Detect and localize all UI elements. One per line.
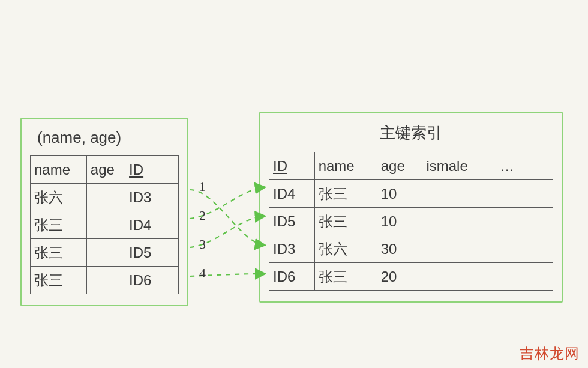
col-id: ID (269, 152, 315, 180)
col-name: name (31, 156, 87, 184)
cell-age (86, 184, 125, 211)
primary-key-index-title: 主键索引 (269, 121, 553, 148)
cell-age: 20 (377, 263, 422, 291)
arrow-step-label-1: 1 (199, 179, 206, 195)
cell-age: 10 (377, 208, 422, 235)
cell-age: 10 (377, 180, 422, 208)
watermark-text: 吉林龙网 (520, 344, 580, 363)
cell-id: ID6 (125, 267, 179, 294)
diagram-stage: (name, age) name age ID 张六 ID3 张三 (0, 0, 588, 368)
cell-id: ID5 (269, 208, 315, 235)
cell-name: 张三 (31, 211, 87, 239)
table-row: 张三 ID6 (31, 267, 179, 294)
col-ismale: ismale (422, 152, 496, 180)
col-age: age (377, 152, 422, 180)
table-row: ID6 张三 20 (269, 263, 553, 291)
cell-name: 张三 (314, 263, 377, 291)
arrow-step-label-4: 4 (199, 265, 206, 281)
table-row: 张三 ID5 (31, 239, 179, 267)
cell-ismale (422, 235, 496, 263)
table-header-row: name age ID (31, 156, 179, 184)
cell-age: 30 (377, 235, 422, 263)
cell-name: 张三 (31, 239, 87, 267)
primary-key-index-panel: 主键索引 ID name age ismale … ID4 张三 10 (259, 112, 563, 303)
col-age: age (86, 156, 125, 184)
cell-etc (496, 263, 553, 291)
table-row: 张六 ID3 (31, 184, 179, 211)
cell-id: ID4 (125, 211, 179, 239)
cell-age (86, 211, 125, 239)
cell-id: ID3 (125, 184, 179, 211)
cell-name: 张三 (31, 267, 87, 294)
arrow-step-label-3: 3 (199, 237, 206, 252)
arrow-step-label-2: 2 (199, 208, 206, 223)
cell-ismale (422, 180, 496, 208)
col-name: name (314, 152, 377, 180)
cell-id: ID4 (269, 180, 315, 208)
cell-name: 张六 (314, 235, 377, 263)
table-row: ID4 张三 10 (269, 180, 553, 208)
col-more: … (496, 152, 553, 180)
table-row: ID5 张三 10 (269, 208, 553, 235)
primary-key-index-table: ID name age ismale … ID4 张三 10 ID5 张三 (269, 152, 553, 291)
cell-etc (496, 208, 553, 235)
secondary-index-table: name age ID 张六 ID3 张三 ID4 张三 (30, 155, 179, 294)
secondary-index-panel: (name, age) name age ID 张六 ID3 张三 (20, 118, 188, 306)
cell-age (86, 267, 125, 294)
table-row: ID3 张六 30 (269, 235, 553, 263)
cell-name: 张六 (31, 184, 87, 211)
table-row: 张三 ID4 (31, 211, 179, 239)
table-header-row: ID name age ismale … (269, 152, 553, 180)
cell-name: 张三 (314, 208, 377, 235)
cell-ismale (422, 208, 496, 235)
col-id: ID (125, 156, 179, 184)
cell-etc (496, 180, 553, 208)
cell-name: 张三 (314, 180, 377, 208)
cell-id: ID3 (269, 235, 315, 263)
cell-id: ID6 (269, 263, 315, 291)
cell-id: ID5 (125, 239, 179, 267)
cell-etc (496, 235, 553, 263)
cell-age (86, 239, 125, 267)
secondary-index-title: (name, age) (30, 127, 179, 152)
cell-ismale (422, 263, 496, 291)
